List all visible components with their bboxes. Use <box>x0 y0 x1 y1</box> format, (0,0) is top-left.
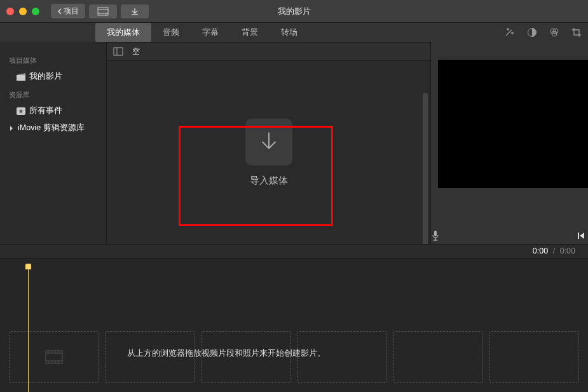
sidebar-header-libraries: 资源库 <box>0 88 106 102</box>
import-prompt[interactable]: 导入媒体 <box>245 118 292 186</box>
time-separator: / <box>553 247 555 255</box>
svg-rect-13 <box>434 231 437 236</box>
tab-audio[interactable]: 音频 <box>151 23 191 42</box>
playhead[interactable] <box>28 264 29 392</box>
media-filter-label[interactable]: 空 <box>132 46 140 57</box>
close-window-button[interactable] <box>6 8 14 15</box>
sidebar-item-all-events[interactable]: 所有事件 <box>0 102 106 119</box>
filmstrip-icon <box>45 350 63 364</box>
import-icon-box <box>245 118 292 165</box>
titlebar: 项目 ♪ 我的影片 <box>0 0 588 23</box>
preview-canvas-wrap <box>431 42 588 227</box>
download-arrow-icon <box>256 129 282 154</box>
back-label: 项目 <box>64 6 79 17</box>
timeline-header: 0:00 / 0:00 <box>0 244 588 259</box>
svg-rect-9 <box>17 75 25 81</box>
import-button[interactable] <box>121 4 149 18</box>
sidebar: 项目媒体 我的影片 资源库 所有事件 iMovie 剪辑资源库 <box>0 23 107 244</box>
sidebar-item-imovie-library[interactable]: iMovie 剪辑资源库 <box>0 119 106 137</box>
enhance-wand-icon[interactable] <box>503 27 516 38</box>
clip-slot[interactable] <box>393 331 483 383</box>
svg-rect-15 <box>46 351 62 363</box>
clip-slot[interactable] <box>489 331 579 383</box>
filmstrip-icon: ♪ <box>97 7 109 16</box>
time-display: 0:00 / 0:00 <box>533 247 575 255</box>
back-to-projects-button[interactable]: 项目 <box>51 4 85 18</box>
tab-my-media[interactable]: 我的媒体 <box>95 23 151 42</box>
crop-icon[interactable] <box>571 27 582 37</box>
clip-slot[interactable] <box>9 331 99 383</box>
color-balance-icon[interactable] <box>527 27 537 37</box>
window-title: 我的影片 <box>278 6 311 17</box>
timeline-hint: 从上方的浏览器拖放视频片段和照片来开始创建影片。 <box>127 348 325 359</box>
color-correction-icon[interactable] <box>549 27 560 37</box>
sidebar-item-label: 所有事件 <box>29 105 62 116</box>
download-arrow-icon <box>130 7 139 16</box>
sidebar-item-project[interactable]: 我的影片 <box>0 68 106 85</box>
tab-backgrounds[interactable]: 背景 <box>230 23 270 42</box>
svg-text:♪: ♪ <box>105 11 107 16</box>
media-sub-bar: 空 <box>107 42 430 61</box>
sidebar-item-label: iMovie 剪辑资源库 <box>18 123 85 133</box>
timeline[interactable]: 从上方的浏览器拖放视频片段和照片来开始创建影片。 <box>0 259 588 392</box>
fullscreen-window-button[interactable] <box>32 8 39 15</box>
time-total: 0:00 <box>560 247 575 255</box>
scrollbar[interactable] <box>423 93 428 244</box>
sidebar-item-label: 我的影片 <box>29 71 62 82</box>
chevron-right-icon <box>9 125 14 132</box>
tab-transitions[interactable]: 转场 <box>270 23 309 42</box>
time-current: 0:00 <box>533 247 548 255</box>
import-label: 导入媒体 <box>245 174 292 186</box>
minimize-window-button[interactable] <box>19 8 27 15</box>
skip-back-icon[interactable] <box>577 231 585 240</box>
layout-toggle-button[interactable] <box>113 47 123 56</box>
clapperboard-icon <box>17 73 25 81</box>
media-view-button[interactable]: ♪ <box>89 4 117 18</box>
toolbar-group: ♪ <box>89 4 149 18</box>
inspector-tools <box>503 27 588 38</box>
preview-controls <box>431 227 588 244</box>
preview-pane <box>430 23 588 244</box>
svg-rect-11 <box>114 48 123 55</box>
preview-canvas[interactable] <box>438 60 588 188</box>
playhead-head[interactable] <box>25 264 31 269</box>
star-icon <box>17 107 25 115</box>
media-browser[interactable]: 导入媒体 <box>107 61 430 244</box>
media-area: 空 导入媒体 <box>107 42 430 244</box>
microphone-icon[interactable] <box>431 230 440 241</box>
tab-titles[interactable]: 字幕 <box>191 23 230 42</box>
sidebar-header-project-media: 项目媒体 <box>0 53 106 68</box>
window-controls <box>6 8 39 15</box>
tab-bar: 我的媒体 音频 字幕 背景 转场 <box>0 23 588 42</box>
